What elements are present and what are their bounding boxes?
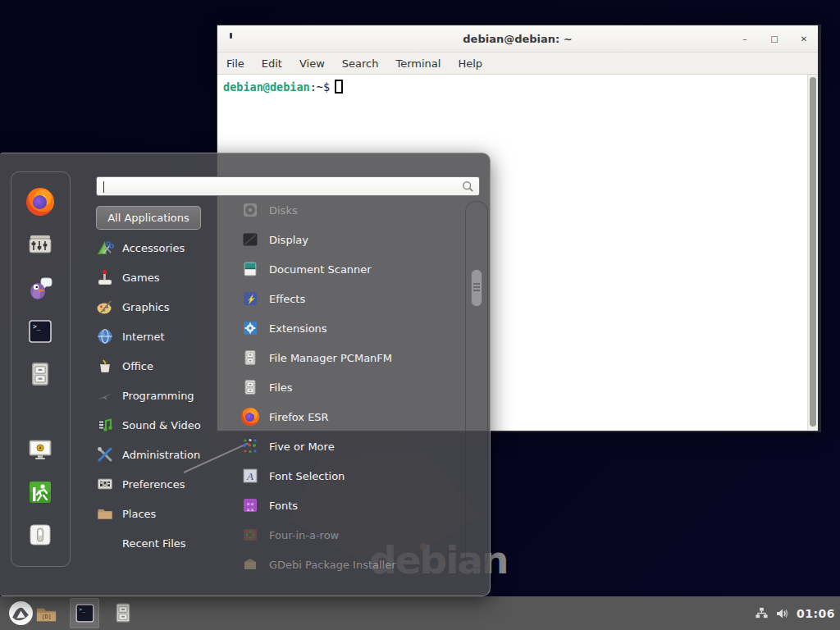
app-extensions[interactable]: Extensions — [221, 313, 464, 343]
extensions-icon — [241, 319, 259, 337]
app-gdebi-package-installer[interactable]: GDebi Package Installer — [221, 550, 464, 579]
file-manager-favorite-icon[interactable] — [26, 360, 54, 388]
preferences-icon — [96, 475, 114, 493]
category-recent-files[interactable]: Recent Files — [96, 528, 219, 558]
five-or-more-icon — [241, 437, 259, 455]
file-cabinet-icon — [241, 378, 259, 396]
menu-view[interactable]: View — [299, 57, 325, 70]
minimize-button[interactable]: – — [739, 34, 751, 43]
category-programming[interactable]: Programming — [96, 381, 219, 410]
app-five-or-more[interactable]: Five or More — [221, 431, 464, 461]
category-places[interactable]: Places — [96, 499, 219, 528]
app-font-selection[interactable]: A Font Selection — [221, 461, 464, 491]
app-document-scanner[interactable]: Document Scanner — [221, 254, 464, 284]
app-disks[interactable]: Disks — [221, 195, 464, 225]
places-icon — [96, 504, 114, 523]
shut-down-icon[interactable] — [26, 521, 54, 549]
prompt-suffix: :~$ — [310, 80, 330, 94]
gdebi-icon — [241, 555, 259, 573]
network-icon[interactable] — [755, 606, 769, 620]
terminal-titlebar[interactable]: debian@debian: ~ – □ ✕ — [217, 25, 818, 52]
menu-launcher-icon — [8, 600, 34, 626]
terminal-scrollbar[interactable] — [807, 75, 818, 430]
disks-icon — [241, 201, 259, 219]
menu-file[interactable]: File — [226, 57, 244, 70]
terminal-favorite-icon[interactable]: >_ — [26, 317, 54, 345]
menu-terminal[interactable]: Terminal — [395, 57, 441, 70]
prompt-user-host: debian@debian — [223, 80, 310, 94]
menu-search[interactable]: Search — [342, 57, 379, 70]
terminal-icon: >_ — [74, 602, 96, 624]
app-effects[interactable]: Effects — [221, 284, 464, 313]
document-scanner-icon — [241, 260, 259, 278]
desktop: debian debian@debian: ~ – □ ✕ File Edit … — [0, 0, 840, 630]
menu-launcher-button[interactable] — [8, 600, 34, 629]
file-cabinet-icon — [112, 601, 135, 624]
font-selection-icon: A — [241, 467, 259, 485]
category-graphics[interactable]: Graphics — [96, 292, 219, 322]
search-caret — [103, 181, 104, 193]
file-cabinet-icon — [241, 349, 259, 367]
firefox-favorite-icon[interactable] — [26, 188, 54, 216]
terminal-taskbar-button-active[interactable]: >_ — [70, 598, 99, 628]
terminal-window-title: debian@debian: ~ — [463, 33, 572, 45]
effects-icon — [241, 290, 259, 308]
menu-scrollbar-thumb[interactable] — [471, 269, 482, 307]
sound-video-icon — [96, 416, 114, 434]
fonts-icon: a aa a — [241, 496, 259, 514]
system-tray: 01:06 — [755, 596, 835, 630]
clock[interactable]: 01:06 — [797, 607, 835, 620]
close-button[interactable]: ✕ — [798, 34, 810, 43]
category-office[interactable]: Office — [96, 351, 219, 381]
svg-text:>_: >_ — [79, 606, 85, 613]
menu-scrollbar[interactable] — [465, 201, 488, 568]
category-games[interactable]: Games — [96, 262, 219, 292]
menu-help[interactable]: Help — [458, 57, 482, 70]
administration-icon — [96, 445, 114, 463]
firefox-icon — [241, 408, 259, 426]
graphics-icon — [96, 298, 114, 316]
terminal-window-icon — [230, 33, 237, 43]
search-icon — [462, 180, 474, 193]
maximize-button[interactable]: □ — [769, 34, 780, 43]
volume-icon[interactable] — [775, 606, 790, 621]
terminal-scrollbar-thumb[interactable] — [810, 77, 816, 427]
settings-mixer-favorite-icon[interactable] — [26, 231, 54, 259]
pidgin-favorite-icon[interactable] — [26, 274, 54, 302]
four-in-a-row-icon — [241, 526, 259, 544]
application-list: Disks Display Document Scanner Effects E… — [221, 195, 464, 579]
accessories-icon — [96, 239, 114, 257]
terminal-cursor — [335, 80, 343, 94]
menu-edit[interactable]: Edit — [262, 57, 282, 70]
svg-text:a a: a a — [247, 506, 254, 513]
svg-text:[D]: [D] — [41, 614, 51, 620]
menu-search-box[interactable] — [96, 176, 480, 196]
all-applications-button[interactable]: All Applications — [96, 206, 201, 230]
category-internet[interactable]: Internet — [96, 322, 219, 351]
files-taskbar-button[interactable] — [112, 601, 135, 628]
lock-screen-icon[interactable] — [26, 436, 54, 463]
category-list: Accessories Games Graphics Internet Offi… — [96, 233, 219, 558]
internet-icon — [96, 327, 114, 345]
applications-menu: >_ All Applications Accessories — [0, 153, 491, 596]
svg-text:>_: >_ — [33, 323, 41, 331]
category-preferences[interactable]: Preferences — [96, 469, 219, 499]
search-input[interactable] — [97, 177, 479, 195]
app-firefox-esr[interactable]: Firefox ESR — [221, 402, 464, 431]
file-manager-taskbar-button[interactable]: [D] — [34, 602, 58, 629]
log-out-icon[interactable] — [26, 478, 54, 506]
app-four-in-a-row[interactable]: Four-in-a-row — [221, 520, 464, 550]
programming-icon — [96, 386, 114, 404]
shell-prompt: debian@debian:~$ — [223, 80, 343, 94]
category-sound-video[interactable]: Sound & Video — [96, 410, 219, 440]
svg-text:A: A — [246, 470, 253, 482]
app-display[interactable]: Display — [221, 225, 464, 254]
app-fonts[interactable]: a aa a Fonts — [221, 491, 464, 520]
display-icon — [241, 231, 259, 249]
games-icon — [96, 268, 114, 286]
app-file-manager-pcmanfm[interactable]: File Manager PCManFM — [221, 343, 464, 372]
terminal-menubar: File Edit View Search Terminal Help — [217, 52, 818, 75]
office-icon — [96, 357, 114, 375]
category-accessories[interactable]: Accessories — [96, 233, 219, 262]
app-files[interactable]: Files — [221, 372, 464, 402]
